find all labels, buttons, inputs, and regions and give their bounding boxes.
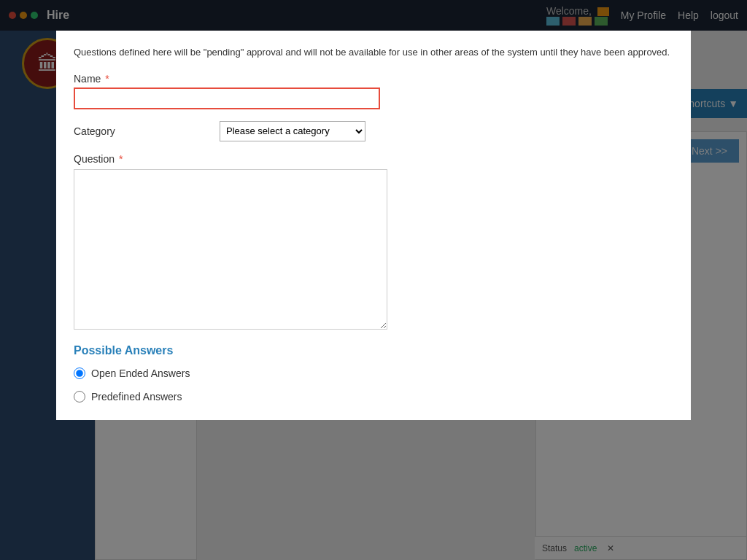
predefined-radio[interactable] bbox=[74, 391, 85, 402]
name-input[interactable] bbox=[74, 88, 380, 109]
category-select[interactable]: Please select a category bbox=[220, 121, 365, 141]
predefined-label: Predefined Answers bbox=[91, 391, 182, 402]
question-label: Question * bbox=[74, 153, 673, 165]
question-textarea[interactable] bbox=[74, 169, 387, 330]
answers-radio-group: Open Ended Answers Predefined Answers bbox=[74, 368, 673, 402]
modal-overlay: Questions defined here will be "pending"… bbox=[0, 0, 747, 560]
predefined-option[interactable]: Predefined Answers bbox=[74, 391, 673, 402]
open-ended-label: Open Ended Answers bbox=[91, 368, 190, 379]
question-field-group: Question * bbox=[74, 153, 673, 330]
question-required-star: * bbox=[119, 153, 123, 165]
open-ended-option[interactable]: Open Ended Answers bbox=[74, 368, 673, 379]
name-field-group: Name * bbox=[74, 73, 673, 109]
name-label-text: Name bbox=[74, 73, 101, 85]
modal-dialog: Questions defined here will be "pending"… bbox=[56, 31, 691, 420]
possible-answers-title: Possible Answers bbox=[74, 344, 673, 357]
category-field-group: Category Please select a category bbox=[74, 121, 673, 141]
category-label: Category bbox=[74, 125, 220, 137]
name-required-star: * bbox=[105, 73, 109, 85]
question-label-text: Question bbox=[74, 153, 115, 165]
name-label: Name * bbox=[74, 73, 109, 85]
open-ended-radio[interactable] bbox=[74, 368, 85, 379]
modal-notice: Questions defined here will be "pending"… bbox=[74, 45, 673, 60]
